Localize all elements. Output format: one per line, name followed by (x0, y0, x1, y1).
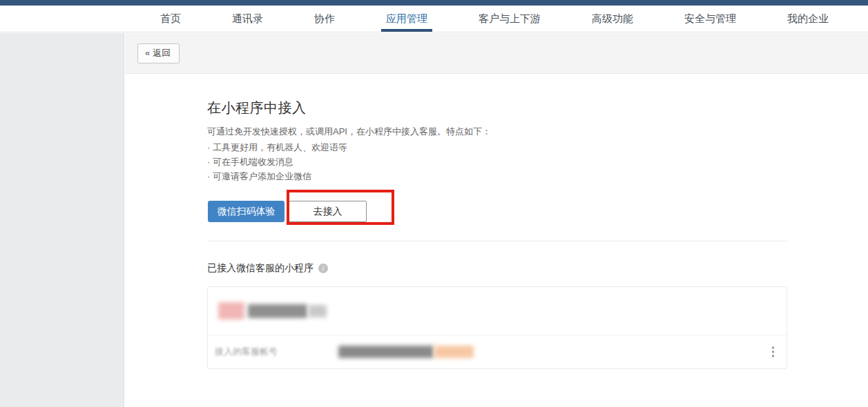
section-divider (207, 241, 787, 241)
miniprogram-name-redacted (248, 304, 307, 318)
feature-item: · 可在手机端收发消息 (207, 155, 868, 169)
connected-account-label: 接入的客服帐号 (215, 346, 278, 358)
nav-tab-app-management[interactable]: 应用管理 (360, 6, 453, 32)
feature-item: · 可邀请客户添加企业微信 (207, 169, 868, 183)
nav-tab-label: 客户与上下游 (474, 12, 545, 26)
connected-miniprograms-header: 已接入微信客服的小程序 i (207, 262, 868, 275)
feature-item: · 工具更好用，有机器人、欢迎语等 (207, 140, 868, 155)
nav-tab-label: 我的企业 (783, 12, 833, 26)
left-sidebar (0, 33, 124, 407)
miniprogram-name-redacted-tail (309, 305, 327, 317)
kebab-dot (772, 355, 774, 357)
connected-account-row: 接入的客服帐号 (208, 335, 787, 368)
panel-toolbar: « 返回 (125, 33, 868, 74)
miniprogram-summary-row (208, 287, 787, 335)
top-titlebar (0, 0, 868, 6)
more-options-button[interactable] (769, 344, 777, 360)
active-tab-underline (381, 29, 432, 32)
nav-tab-security-management[interactable]: 安全与管理 (659, 6, 762, 32)
connected-miniprograms-title: 已接入微信客服的小程序 (207, 262, 314, 275)
kebab-dot (772, 351, 774, 353)
page-content: 在小程序中接入 可通过免开发快速授权，或调用API，在小程序中接入客服。特点如下… (125, 74, 868, 369)
account-value-redacted-accent (434, 346, 474, 358)
page-description: 可通过免开发快速授权，或调用API，在小程序中接入客服。特点如下： (207, 125, 868, 139)
back-button-label: 返回 (153, 47, 171, 59)
nav-tab-label: 通讯录 (228, 12, 267, 26)
nav-tab-contacts[interactable]: 通讯录 (206, 6, 289, 32)
nav-tab-label: 高级功能 (588, 12, 637, 26)
nav-tab-home[interactable]: 首页 (135, 6, 206, 32)
nav-tab-advanced-features[interactable]: 高级功能 (566, 6, 659, 32)
nav-tab-label: 首页 (156, 12, 185, 26)
feature-list: · 工具更好用，有机器人、欢迎语等 · 可在手机端收发消息 · 可邀请客户添加企… (207, 140, 868, 183)
info-icon[interactable]: i (318, 264, 328, 273)
nav-tab-label: 应用管理 (382, 12, 432, 26)
miniprogram-icon-redacted (218, 302, 244, 319)
action-button-row: 微信扫码体验 去接入 (207, 201, 787, 222)
primary-nav: 首页 通讯录 协作 应用管理 客户与上下游 高级功能 安全与管理 我的企业 (0, 6, 868, 32)
nav-tab-label: 协作 (310, 12, 339, 26)
page-title: 在小程序中接入 (207, 99, 868, 117)
go-connect-button[interactable]: 去接入 (289, 201, 367, 222)
back-button[interactable]: « 返回 (137, 43, 180, 63)
nav-tab-label: 安全与管理 (680, 12, 740, 26)
back-chevron-icon: « (145, 48, 150, 58)
miniprogram-card: 接入的客服帐号 (207, 286, 787, 369)
nav-tab-my-enterprise[interactable]: 我的企业 (762, 6, 854, 32)
content-panel: « 返回 在小程序中接入 可通过免开发快速授权，或调用API，在小程序中接入客服… (125, 33, 868, 407)
nav-tab-collaboration[interactable]: 协作 (289, 6, 360, 32)
account-value-redacted (338, 346, 434, 358)
nav-tab-customers-upstream-downstream[interactable]: 客户与上下游 (453, 6, 566, 32)
kebab-dot (772, 347, 774, 349)
wechat-scan-experience-button[interactable]: 微信扫码体验 (208, 201, 284, 222)
